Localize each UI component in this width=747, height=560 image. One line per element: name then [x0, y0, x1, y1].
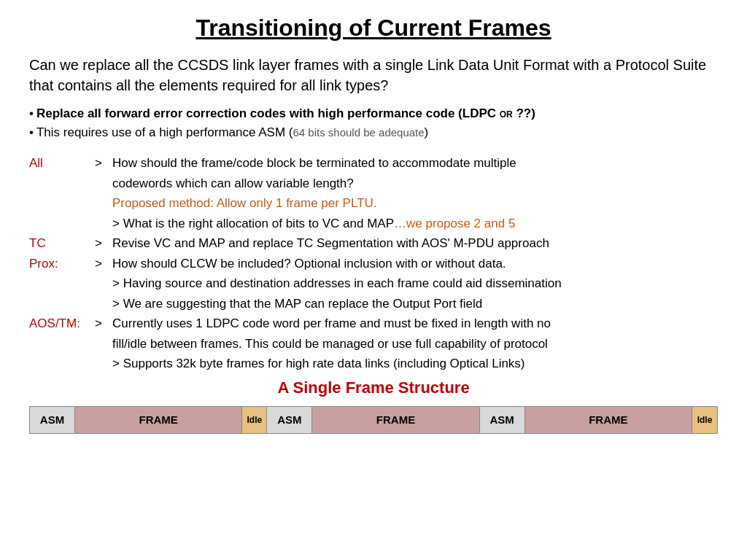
row-aos-sub1: fill/idle between frames. This could be … — [29, 334, 718, 354]
content-prox-1: How should CLCW be included? Optional in… — [112, 254, 718, 274]
arrow-prox: > — [95, 254, 112, 274]
bullet-section: • Replace all forward error correction c… — [29, 104, 718, 141]
arrow-prox-empty-2 — [95, 294, 112, 314]
label-prox: Prox: — [29, 254, 95, 274]
arrow-all: > — [95, 153, 112, 174]
bullet-1-bold: Replace all forward error correction cod… — [36, 106, 462, 120]
arrow-empty-2 — [95, 193, 112, 214]
content-all: How should the frame/code block be termi… — [112, 153, 718, 174]
frame-cell-idle-1: Idle — [242, 407, 267, 433]
label-empty-3 — [29, 214, 95, 234]
row-prox: Prox: > How should CLCW be included? Opt… — [29, 254, 718, 274]
bullet-1-small-caps: LDPC or ?? — [462, 106, 532, 120]
bullet-dot-1: • — [29, 104, 34, 123]
page-title: Transitioning of Current Frames — [29, 15, 718, 42]
label-aos-empty-1 — [29, 334, 95, 354]
frame-cell-asm-2: ASM — [267, 407, 312, 433]
arrow-empty-1 — [95, 174, 112, 194]
bullet-2-small: 64 bits should be adequate — [293, 126, 424, 139]
content-tc: Revise VC and MAP and replace TC Segment… — [112, 233, 718, 254]
bullet-1-text: Replace all forward error correction cod… — [36, 104, 535, 123]
frame-cell-frame-1: FRAME — [75, 407, 242, 433]
content-aos-1: Currently uses 1 LDPC code word per fram… — [112, 314, 718, 334]
page: Transitioning of Current Frames Can we r… — [0, 0, 747, 560]
intro-text: Can we replace all the CCSDS link layer … — [29, 55, 718, 96]
row-prox-sub1: > Having source and destination addresse… — [29, 273, 718, 294]
content-proposed: Proposed method: Allow only 1 frame per … — [112, 193, 718, 214]
label-tc: TC — [29, 233, 95, 254]
bullet-2: • This requires use of a high performanc… — [29, 123, 718, 142]
label-all: All — [29, 153, 95, 174]
vc-map-normal: > What is the right allocation of bits t… — [112, 217, 394, 230]
row-prox-sub2: > We are suggesting that the MAP can rep… — [29, 294, 718, 314]
content-all-sub1: codewords which can allow variable lengt… — [112, 174, 718, 194]
frame-cell-asm-3: ASM — [480, 407, 525, 433]
arrow-aos-empty-1 — [95, 334, 112, 354]
arrow-empty-3 — [95, 214, 112, 234]
bullet-1: • Replace all forward error correction c… — [29, 104, 718, 123]
content-table: All > How should the frame/code block be… — [29, 153, 718, 374]
frame-cell-idle-2: Idle — [692, 407, 717, 433]
label-prox-empty-2 — [29, 294, 95, 314]
arrow-prox-empty-1 — [95, 273, 112, 294]
row-aos-sub2: > Supports 32k byte frames for high rate… — [29, 354, 718, 374]
content-prox-sub1: > Having source and destination addresse… — [112, 273, 718, 294]
frame-cell-asm-1: ASM — [30, 407, 75, 433]
content-vcmap: > What is the right allocation of bits t… — [112, 214, 718, 234]
row-tc: TC > Revise VC and MAP and replace TC Se… — [29, 233, 718, 254]
bullet-1-paren: ) — [531, 106, 535, 120]
row-all: All > How should the frame/code block be… — [29, 153, 718, 174]
bullet-dot-2: • — [29, 123, 34, 142]
row-all-vcmap: > What is the right allocation of bits t… — [29, 214, 718, 234]
arrow-tc: > — [95, 233, 112, 254]
label-empty-2 — [29, 193, 95, 214]
arrow-aos: > — [95, 314, 112, 334]
label-aos: AOS/TM: — [29, 314, 95, 334]
frame-cell-frame-3: FRAME — [525, 407, 692, 433]
row-aos: AOS/TM: > Currently uses 1 LDPC code wor… — [29, 314, 718, 334]
arrow-aos-empty-2 — [95, 354, 112, 374]
single-frame-label: A Single Frame Structure — [29, 378, 718, 397]
content-aos-sub2: > Supports 32k byte frames for high rate… — [112, 354, 718, 374]
content-aos-sub1: fill/idle between frames. This could be … — [112, 334, 718, 354]
proposed-method-text: Proposed method: Allow only 1 frame per … — [112, 196, 377, 210]
label-empty-1 — [29, 174, 95, 194]
row-all-sub1: codewords which can allow variable lengt… — [29, 174, 718, 194]
frame-cell-frame-2: FRAME — [312, 407, 479, 433]
frame-diagram: ASM FRAME Idle ASM FRAME ASM FRAME Idle — [29, 406, 718, 434]
label-aos-empty-2 — [29, 354, 95, 374]
content-prox-sub2: > We are suggesting that the MAP can rep… — [112, 294, 718, 314]
bullet-2-text: This requires use of a high performance … — [36, 123, 428, 142]
vc-map-orange: …we propose 2 and 5 — [394, 217, 515, 230]
label-prox-empty-1 — [29, 273, 95, 294]
row-all-proposed: Proposed method: Allow only 1 frame per … — [29, 193, 718, 214]
